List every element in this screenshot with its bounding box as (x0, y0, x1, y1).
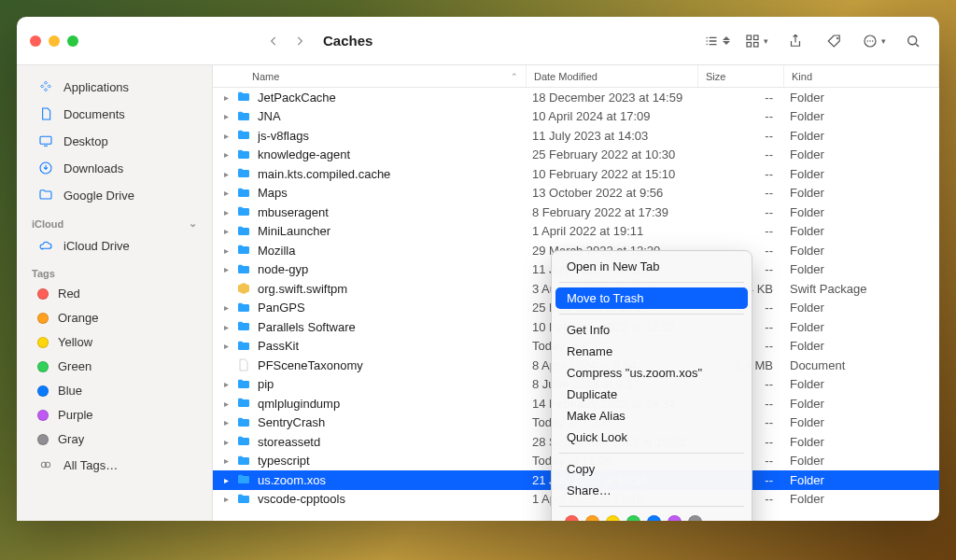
folder-icon (235, 147, 252, 163)
file-name: PFSceneTaxonomy (258, 358, 525, 372)
table-row[interactable]: ▸ knowledge-agent 25 February 2022 at 10… (213, 146, 939, 165)
sidebar-item-google-drive[interactable]: Google Drive (22, 182, 206, 208)
view-list-button[interactable] (704, 30, 730, 52)
disclosure-triangle-icon[interactable]: ▸ (218, 245, 233, 256)
ctx-rename[interactable]: Rename (552, 341, 752, 362)
tag-orange[interactable]: Orange (22, 306, 206, 329)
file-date: 10 February 2022 at 15:10 (525, 167, 696, 181)
file-kind: Folder (782, 147, 939, 161)
tag-color-swatch[interactable] (647, 515, 661, 521)
disclosure-triangle-icon[interactable]: ▸ (218, 437, 233, 447)
ctx-compress[interactable]: Compress "us.zoom.xos" (552, 362, 752, 384)
sidebar-item-label: Downloads (63, 161, 123, 175)
download-icon (37, 160, 54, 176)
disclosure-triangle-icon[interactable]: ▸ (218, 475, 233, 485)
tag-color-swatch[interactable] (688, 515, 702, 521)
disclosure-triangle-icon[interactable]: ▸ (218, 494, 233, 504)
tag-blue[interactable]: Blue (22, 379, 206, 402)
tag-button[interactable] (822, 30, 848, 52)
tag-label: Red (58, 287, 80, 301)
file-date: 10 April 2024 at 17:09 (525, 109, 696, 123)
disclosure-triangle-icon[interactable]: ▸ (218, 149, 233, 160)
tag-purple[interactable]: Purple (22, 403, 206, 427)
back-button[interactable] (263, 31, 284, 51)
table-row[interactable]: ▸ Maps 13 October 2022 at 9:56 -- Folder (213, 184, 939, 203)
disclosure-triangle-icon[interactable]: ▸ (218, 188, 233, 198)
tag-red[interactable]: Red (22, 282, 206, 305)
sidebar-item-label: Applications (63, 80, 129, 94)
disclosure-triangle-icon[interactable]: ▸ (218, 399, 233, 409)
disclosure-triangle-icon[interactable]: ▸ (218, 417, 233, 427)
sidebar-item-applications[interactable]: Applications (22, 74, 206, 100)
disclosure-triangle-icon[interactable]: ▸ (218, 455, 233, 466)
disclosure-triangle-icon[interactable]: ▸ (218, 169, 233, 179)
close-button[interactable] (30, 35, 41, 47)
disclosure-triangle-icon[interactable]: ▸ (218, 226, 233, 236)
tag-gray[interactable]: Gray (22, 427, 206, 451)
folder-icon (235, 453, 252, 469)
column-headers: Name⌃ Date Modified Size Kind (213, 65, 939, 88)
sidebar-item-documents[interactable]: Documents (22, 101, 206, 127)
file-name: Maps (258, 186, 525, 200)
tag-yellow[interactable]: Yellow (22, 330, 206, 354)
file-date: 11 July 2023 at 14:03 (525, 129, 696, 143)
column-size[interactable]: Size (698, 65, 784, 87)
ctx-make-alias[interactable]: Make Alias (552, 405, 752, 427)
ctx-move-to-trash[interactable]: Move to Trash (555, 287, 748, 309)
disclosure-triangle-icon[interactable]: ▸ (218, 302, 233, 313)
tag-color-swatch[interactable] (606, 515, 620, 521)
more-button[interactable]: ▾ (861, 30, 887, 52)
all-tags-item[interactable]: All Tags… (22, 452, 206, 478)
sidebar-item-downloads[interactable]: Downloads (22, 155, 206, 181)
disclosure-triangle-icon[interactable]: ▸ (218, 322, 233, 332)
toolbar: Caches ▾ ▾ (17, 17, 939, 65)
tag-color-swatch[interactable] (565, 515, 579, 521)
sidebar-item-desktop[interactable]: Desktop (22, 128, 206, 154)
minimize-button[interactable] (49, 35, 60, 47)
column-kind[interactable]: Kind (784, 65, 939, 87)
icloud-section-header[interactable]: iCloud⌄ (17, 214, 212, 231)
view-options-button[interactable]: ▾ (743, 30, 769, 52)
ctx-share[interactable]: Share… (552, 480, 752, 501)
sidebar-item-icloud-drive[interactable]: iCloud Drive (22, 232, 206, 259)
desktop-icon (37, 133, 54, 149)
ctx-open-in-new-tab[interactable]: Open in New Tab (552, 256, 752, 277)
disclosure-triangle-icon[interactable]: ▸ (218, 379, 233, 389)
file-list: Name⌃ Date Modified Size Kind ▸ JetPackC… (213, 65, 939, 521)
forward-button[interactable] (289, 31, 310, 51)
disclosure-triangle-icon[interactable]: ▸ (218, 92, 233, 103)
tag-color-swatch[interactable] (668, 515, 682, 521)
file-size: -- (696, 109, 782, 123)
tags-section-header[interactable]: Tags (17, 264, 212, 281)
ctx-copy[interactable]: Copy (552, 458, 752, 480)
zoom-button[interactable] (67, 35, 78, 47)
share-button[interactable] (782, 30, 808, 52)
column-name[interactable]: Name⌃ (245, 65, 527, 87)
table-row[interactable]: ▸ JetPackCache 18 December 2023 at 14:59… (213, 88, 939, 107)
file-name: Mozilla (258, 244, 525, 258)
file-kind: Folder (782, 262, 939, 276)
disclosure-triangle-icon[interactable]: ▸ (218, 341, 233, 351)
ctx-get-info[interactable]: Get Info (552, 319, 752, 341)
disclosure-triangle-icon[interactable]: ▸ (218, 207, 233, 217)
table-row[interactable]: ▸ JNA 10 April 2024 at 17:09 -- Folder (213, 107, 939, 127)
disclosure-triangle-icon[interactable]: ▸ (218, 131, 233, 141)
ctx-duplicate[interactable]: Duplicate (552, 384, 752, 405)
tag-color-swatch[interactable] (585, 515, 599, 521)
cloud-icon (37, 237, 54, 254)
tag-dot-icon (37, 313, 49, 324)
tag-color-swatch[interactable] (626, 515, 640, 521)
all-tags-label: All Tags… (63, 458, 118, 472)
column-date[interactable]: Date Modified (527, 65, 698, 87)
search-button[interactable] (900, 30, 926, 52)
table-row[interactable]: ▸ mbuseragent 8 February 2022 at 17:39 -… (213, 203, 939, 222)
table-row[interactable]: ▸ main.kts.compiled.cache 10 February 20… (213, 164, 939, 184)
file-name: main.kts.compiled.cache (258, 167, 525, 181)
disclosure-triangle-icon[interactable]: ▸ (218, 264, 233, 274)
table-row[interactable]: ▸ js-v8flags 11 July 2023 at 14:03 -- Fo… (213, 126, 939, 146)
disclosure-triangle-icon[interactable]: ▸ (218, 111, 233, 121)
file-name: pip (258, 377, 525, 391)
table-row[interactable]: ▸ MiniLauncher 1 April 2022 at 19:11 -- … (213, 222, 939, 242)
ctx-quick-look[interactable]: Quick Look (552, 427, 752, 448)
tag-green[interactable]: Green (22, 355, 206, 378)
